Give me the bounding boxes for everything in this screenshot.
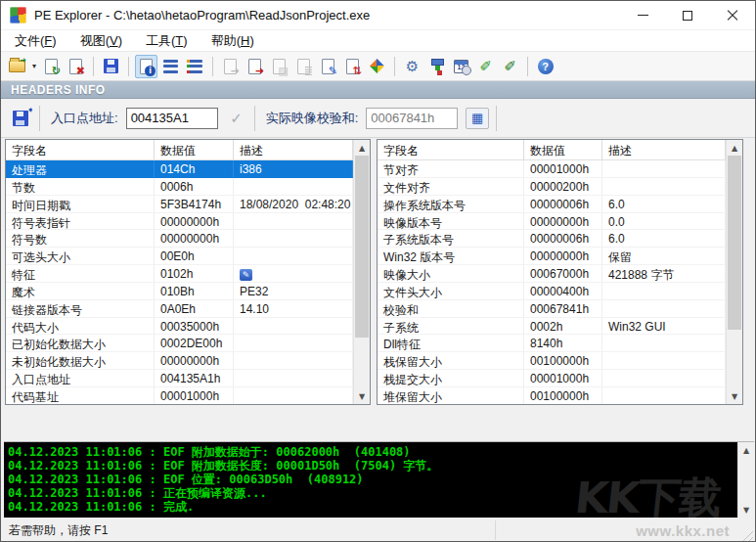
- help-button[interactable]: ?: [534, 55, 556, 78]
- save-changes-button[interactable]: [9, 107, 32, 130]
- apply-entry-point-button[interactable]: ✓: [226, 108, 247, 129]
- table-row[interactable]: 魔术010BhPE32: [6, 283, 353, 300]
- section-headers-button[interactable]: [159, 55, 182, 78]
- toolbar-separator: [128, 57, 129, 76]
- scroll-thumb[interactable]: [355, 156, 369, 338]
- resize-grip[interactable]: [740, 528, 753, 541]
- open-file-button[interactable]: [6, 55, 28, 78]
- entry-point-input[interactable]: [126, 108, 218, 129]
- description-cell: 0.0: [602, 213, 726, 231]
- entry-point-button[interactable]: ➜: [244, 55, 266, 78]
- close-button[interactable]: [710, 1, 755, 29]
- table-row[interactable]: 校验和00067841h: [378, 300, 726, 318]
- table-row[interactable]: 子系统0002hWin32 GUI: [378, 318, 726, 336]
- column-header[interactable]: 数据值: [155, 140, 234, 159]
- scroll-up-icon[interactable]: ▲: [727, 140, 742, 156]
- menu-item-view[interactable]: 视图(V): [70, 30, 132, 52]
- table-row[interactable]: Win32 版本号00000000h保留: [378, 248, 726, 265]
- field-name-cell: 符号表指针: [6, 213, 155, 231]
- table-row[interactable]: 文件对齐00000200h: [378, 178, 726, 196]
- dependency-scanner-button[interactable]: [425, 55, 448, 78]
- scroll-track[interactable]: [354, 156, 370, 388]
- separator: [496, 106, 497, 131]
- delay-import-button[interactable]: ▨: [268, 55, 290, 78]
- table-row[interactable]: 映像版本号00000000h0.0: [378, 213, 726, 231]
- separator: [254, 106, 255, 131]
- resources-button[interactable]: [366, 55, 388, 78]
- data-value-cell: 00001000h: [155, 387, 234, 404]
- data-directories-button[interactable]: [184, 55, 206, 78]
- menu-item-tools[interactable]: 工具(T): [136, 30, 198, 52]
- field-name-cell: 子系统: [378, 318, 524, 336]
- edit-headers-button[interactable]: ✎: [317, 55, 339, 78]
- column-header[interactable]: 描述: [602, 140, 726, 159]
- table-row[interactable]: 符号表指针00000000h: [6, 213, 353, 231]
- table-row[interactable]: Dll特征8140h: [378, 335, 726, 352]
- column-header[interactable]: 字段名: [6, 140, 155, 159]
- table-row[interactable]: 代码大小00035000h: [6, 318, 353, 336]
- table-row[interactable]: 栈保留大小00100000h: [378, 352, 726, 370]
- relocations-button[interactable]: ⇅: [341, 55, 364, 78]
- table-row[interactable]: 堆保留大小00100000h: [378, 387, 726, 404]
- field-name-cell: 映像版本号: [378, 213, 524, 231]
- scroll-up-icon[interactable]: ▲: [738, 442, 754, 458]
- column-header[interactable]: 描述: [234, 140, 353, 159]
- menu-item-file[interactable]: 文件(F): [5, 30, 67, 52]
- reload-file-button[interactable]: ↻: [40, 55, 63, 78]
- open-file-dropdown[interactable]: ▾: [29, 55, 39, 78]
- table-row[interactable]: 可选头大小00E0h: [6, 248, 353, 265]
- description-cell: [602, 300, 726, 318]
- column-header[interactable]: 数据值: [524, 140, 602, 159]
- scroll-thumb[interactable]: [728, 156, 741, 330]
- table-row[interactable]: 文件头大小00000400h: [378, 283, 726, 300]
- table-row[interactable]: 代码基址00001000h: [6, 387, 353, 404]
- scroll-up-icon[interactable]: ▲: [354, 140, 370, 156]
- description-cell: [602, 335, 726, 352]
- maximize-button[interactable]: [665, 1, 710, 29]
- data-value-cell: 00000400h: [524, 283, 602, 300]
- table-row[interactable]: 特征0102h✎: [6, 265, 353, 283]
- save-button[interactable]: [100, 55, 122, 78]
- table-row[interactable]: 节对齐00001000h: [378, 160, 726, 178]
- certificates-button[interactable]: ≣: [292, 55, 315, 78]
- app-icon: [10, 7, 26, 23]
- scroll-track[interactable]: [738, 458, 754, 502]
- table-row[interactable]: 节数0006h: [6, 178, 353, 196]
- table-row[interactable]: 时间日期戳5F3B4174h18/08/2020 02:48:20: [6, 196, 353, 213]
- table-row[interactable]: 操作系统版本号00000006h6.0: [378, 196, 726, 213]
- table-row[interactable]: 链接器版本号0A0Eh14.10: [6, 300, 353, 318]
- table-row[interactable]: 子系统版本号00000006h6.0: [378, 230, 726, 248]
- description-cell: [234, 230, 353, 248]
- column-header[interactable]: 字段名: [378, 140, 524, 159]
- table-row[interactable]: 符号数00000000h: [6, 230, 353, 248]
- menu-item-help[interactable]: 帮助(H): [201, 30, 264, 52]
- table-row[interactable]: 未初始化数据大小00000000h: [6, 352, 353, 370]
- export-button[interactable]: ➔: [219, 55, 242, 78]
- console-scrollbar[interactable]: ▲▼: [737, 442, 754, 518]
- certificates-icon: ≣: [297, 59, 310, 74]
- table-row[interactable]: 已初始化数据大小0002DE00h: [6, 335, 353, 352]
- table-row[interactable]: 栈提交大小00001000h: [378, 370, 726, 387]
- checksum-input[interactable]: [366, 108, 458, 129]
- scroll-track[interactable]: [727, 156, 742, 388]
- disassembler-button[interactable]: ⚙: [401, 55, 423, 78]
- data-value-cell: 00067000h: [524, 265, 602, 283]
- scroll-down-icon[interactable]: ▼: [727, 388, 742, 404]
- minimize-button[interactable]: [620, 1, 665, 29]
- table-row[interactable]: 映像大小00067000h421888 字节: [378, 265, 726, 283]
- toolbar-separator: [93, 57, 94, 76]
- table-scrollbar[interactable]: ▲▼: [726, 140, 742, 404]
- table-scrollbar[interactable]: ▲▼: [353, 140, 370, 404]
- resource-rebuilder-button[interactable]: ✐: [499, 55, 521, 78]
- table-row[interactable]: 处理器014Chi386: [6, 160, 353, 178]
- scroll-down-icon[interactable]: ▼: [354, 388, 370, 404]
- time-date-stamp-button[interactable]: 12: [450, 55, 472, 78]
- headers-info-button[interactable]: i: [135, 55, 157, 78]
- table-row[interactable]: 入口点地址004135A1h: [6, 370, 353, 387]
- recalculate-checksum-button[interactable]: ▦: [466, 108, 489, 129]
- scroll-down-icon[interactable]: ▼: [738, 502, 754, 518]
- resource-editor-button[interactable]: ✐: [474, 55, 497, 78]
- reload-file-icon: ↻: [45, 59, 58, 74]
- close-file-button[interactable]: ✖: [65, 55, 87, 78]
- headers-info-banner: HEADERS INFO: [1, 81, 755, 99]
